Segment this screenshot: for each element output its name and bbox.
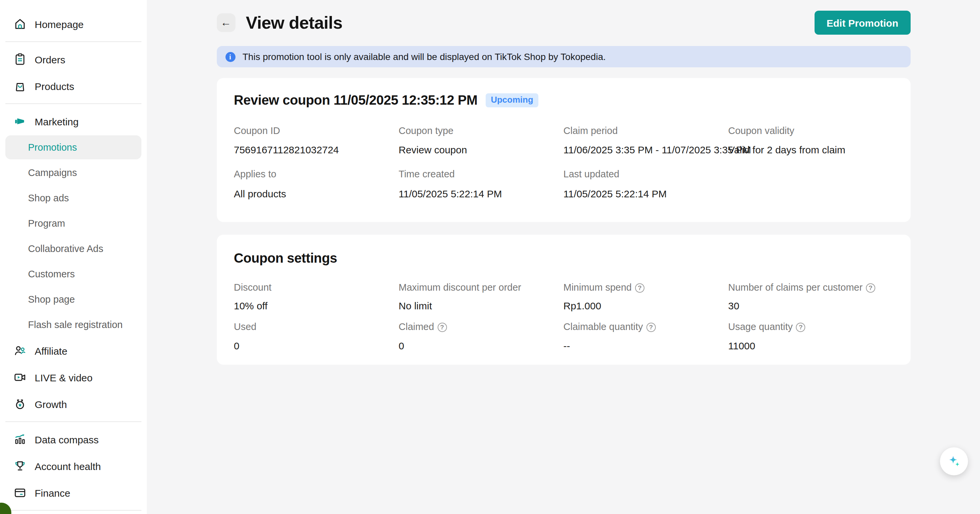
sidebar-item-orders[interactable]: Orders <box>0 46 147 73</box>
field-label: Time created <box>399 169 563 180</box>
sidebar-divider <box>5 510 142 511</box>
field-label: Usage quantity <box>728 321 792 333</box>
field-discount: Discount 10% off <box>234 282 399 313</box>
field-label: Number of claims per customer <box>728 282 862 293</box>
field-label: Used <box>234 321 399 333</box>
seller-center-app: Homepage Orders Products Marketing Promo… <box>0 0 980 514</box>
sidebar-item-label: Orders <box>35 54 65 65</box>
sidebar-item-homepage[interactable]: Homepage <box>0 11 147 37</box>
field-claim-period: Claim period 11/06/2025 3:35 PM - 11/07/… <box>563 125 728 157</box>
field-coupon-type: Coupon type Review coupon <box>399 125 563 157</box>
field-value: -- <box>563 338 728 353</box>
sidebar-item-shop-page[interactable]: Shop page <box>0 287 147 312</box>
info-banner: i This promotion tool is only available … <box>216 46 910 67</box>
settings-card-title: Coupon settings <box>234 251 337 266</box>
affiliate-icon <box>13 344 27 357</box>
field-claimed: Claimed ? 0 <box>399 321 563 353</box>
ai-assistant-button[interactable] <box>940 447 968 475</box>
sparkle-icon <box>946 454 962 469</box>
sidebar-item-label: Flash sale registration <box>28 319 123 330</box>
help-icon[interactable]: ? <box>796 323 805 332</box>
coupon-fields-grid: Coupon ID 7569167112821032724 Coupon typ… <box>234 125 893 201</box>
sidebar-item-label: Shop ads <box>28 193 69 203</box>
account-health-icon <box>13 459 27 473</box>
sidebar-item-label: Customers <box>28 269 75 279</box>
field-value: 7569167112821032724 <box>234 143 399 158</box>
sidebar-item-label: Products <box>35 80 74 92</box>
help-icon[interactable]: ? <box>635 283 644 292</box>
sidebar-item-collaborative-ads[interactable]: Collaborative Ads <box>0 236 147 261</box>
sidebar-item-promotions[interactable]: Promotions <box>5 135 142 159</box>
sidebar-item-campaigns[interactable]: Campaigns <box>0 160 147 185</box>
sidebar-item-flash-sale-registration[interactable]: Flash sale registration <box>0 312 147 337</box>
sidebar-divider <box>5 103 142 104</box>
sidebar-item-data-compass[interactable]: Data compass <box>0 426 147 453</box>
field-label: Minimum spend <box>563 282 632 293</box>
page-header: ← View details Edit Promotion <box>216 11 910 35</box>
field-value: 11/05/2025 5:22:14 PM <box>399 186 563 201</box>
sidebar-item-label: Affiliate <box>35 345 67 356</box>
field-value: No limit <box>399 299 563 314</box>
field-value: 0 <box>399 338 563 353</box>
sidebar: Homepage Orders Products Marketing Promo… <box>0 0 147 514</box>
sidebar-item-label: Shop page <box>28 294 75 305</box>
status-badge: Upcoming <box>485 94 538 107</box>
field-value: Review coupon <box>399 143 563 158</box>
sidebar-item-label: Homepage <box>35 18 84 30</box>
sidebar-item-live-video[interactable]: LIVE & video <box>0 364 147 391</box>
info-icon: i <box>225 52 235 62</box>
sidebar-item-finance[interactable]: Finance <box>0 479 147 506</box>
field-used: Used 0 <box>234 321 399 353</box>
orders-icon <box>13 53 27 66</box>
live-video-icon <box>13 371 27 384</box>
field-value: 10% off <box>234 299 399 314</box>
sidebar-item-growth[interactable]: Growth <box>0 391 147 417</box>
products-icon <box>13 79 27 93</box>
sidebar-item-label: Data compass <box>35 434 99 445</box>
sidebar-divider <box>5 421 142 422</box>
field-applies-to: Applies to All products <box>234 169 399 201</box>
field-value: 11/05/2025 5:22:14 PM <box>563 186 728 201</box>
edit-promotion-button[interactable]: Edit Promotion <box>815 11 910 35</box>
field-value: All products <box>234 186 399 201</box>
sidebar-item-label: LIVE & video <box>35 372 92 383</box>
home-icon <box>13 17 27 31</box>
sidebar-item-affiliate[interactable]: Affiliate <box>0 337 147 364</box>
sidebar-item-label: Promotions <box>28 142 77 153</box>
main-content: ← View details Edit Promotion i This pro… <box>147 0 980 514</box>
info-banner-text: This promotion tool is only available an… <box>242 51 606 62</box>
sidebar-item-customers[interactable]: Customers <box>0 261 147 287</box>
sidebar-item-account-health[interactable]: Account health <box>0 453 147 479</box>
field-label: Coupon type <box>399 125 563 137</box>
sidebar-item-marketing[interactable]: Marketing <box>0 108 147 135</box>
field-coupon-id: Coupon ID 7569167112821032724 <box>234 125 399 157</box>
help-icon[interactable]: ? <box>437 323 447 332</box>
field-label: Claimable quantity <box>563 321 643 333</box>
back-button[interactable]: ← <box>216 13 235 32</box>
data-compass-icon <box>13 433 27 446</box>
field-label: Discount <box>234 282 399 293</box>
back-arrow-icon: ← <box>221 17 231 29</box>
sidebar-item-shop-ads[interactable]: Shop ads <box>0 185 147 211</box>
field-claimable-quantity: Claimable quantity ? -- <box>563 321 728 353</box>
field-minimum-spend: Minimum spend ? Rp1.000 <box>563 282 728 313</box>
field-value: 11/06/2025 3:35 PM - 11/07/2025 3:35 PM <box>563 143 764 158</box>
sidebar-item-label: Marketing <box>35 116 79 127</box>
field-label: Last updated <box>563 169 728 180</box>
help-icon[interactable]: ? <box>866 283 875 292</box>
field-value: 11000 <box>728 338 893 353</box>
sidebar-item-products[interactable]: Products <box>0 73 147 99</box>
sidebar-item-label: Growth <box>35 398 67 410</box>
growth-icon <box>13 397 27 411</box>
sidebar-item-label: Program <box>28 218 65 228</box>
field-time-created: Time created 11/05/2025 5:22:14 PM <box>399 169 563 201</box>
sidebar-divider <box>5 41 142 42</box>
help-icon[interactable]: ? <box>646 323 656 332</box>
field-usage-quantity: Usage quantity ? 11000 <box>728 321 893 353</box>
coupon-settings-card: Coupon settings Discount 10% off Maximum… <box>216 235 910 365</box>
sidebar-item-label: Collaborative Ads <box>28 243 103 254</box>
sidebar-item-label: Finance <box>35 487 70 498</box>
sidebar-item-program[interactable]: Program <box>0 211 147 236</box>
coupon-card-title: Review coupon 11/05/2025 12:35:12 PM <box>234 93 477 108</box>
field-empty <box>728 169 893 201</box>
